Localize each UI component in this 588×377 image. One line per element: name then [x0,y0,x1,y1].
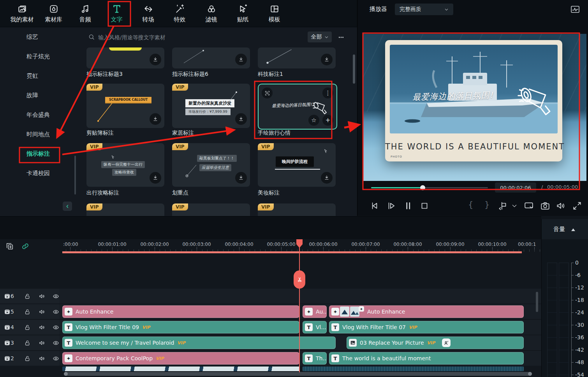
timeline-horizontal-scrollbar[interactable] [65,372,530,376]
download-button[interactable] [235,113,247,125]
tab-templates[interactable]: 模板 [259,0,290,27]
sidebar-item-cartoon[interactable]: 卡通校园 [26,170,50,177]
sidebar-item-variety[interactable]: 综艺 [26,33,38,41]
sidebar-item-callout[interactable]: 指示标注 [26,150,50,158]
hide-icon[interactable] [53,293,59,300]
hide-icon[interactable] [53,309,59,315]
mute-icon[interactable] [39,355,45,362]
sidebar-item-neon[interactable]: 霓虹 [26,72,38,80]
tab-filters[interactable]: 滤镜 [195,0,227,27]
mute-icon[interactable] [39,340,45,346]
filter-dropdown[interactable]: 全部 [308,32,332,42]
favorite-button[interactable]: ☆ [308,115,319,126]
mute-icon[interactable] [39,324,45,331]
chevron-down-icon[interactable] [511,201,518,211]
clip-replace-your-picture[interactable]: 03 Replace Your Picture VIP [347,337,524,349]
video-track-thumbnails[interactable] [62,366,300,371]
tab-audio[interactable]: 音频 [69,0,101,27]
template-card[interactable]: VIP [258,203,336,216]
tab-stickers[interactable]: 贴纸 [227,0,259,27]
template-card-scrapbook[interactable]: VIP SCRAPBOOK CALLOUT [86,84,164,128]
card-menu-button[interactable]: ⋮ [322,88,333,98]
video-track-thumbnails-dark[interactable] [303,366,524,371]
clip-contemporary-pack[interactable]: ✦ Contemporary Pack CoolPop VIP [62,352,299,365]
stop-button[interactable] [419,201,430,211]
hide-icon[interactable] [53,340,59,346]
template-card[interactable] [258,47,336,68]
volume-title[interactable]: 音量 [553,226,565,233]
mark-out-brace[interactable]: } [484,200,489,209]
more-icon[interactable] [337,34,345,40]
template-card-travel-guide[interactable]: VIP 纵有一份完整十一出行 攻略待查收 [86,143,164,187]
replace-picture-badge-icon[interactable] [442,338,451,347]
template-card[interactable] [86,47,164,68]
sidebar-item-timeplace[interactable]: 时间地点 [26,131,50,138]
lock-icon[interactable] [24,324,31,331]
template-card-home[interactable]: VIP 新置办的深灰真皮沙发 市场发行价：¥7,999.99 [172,84,250,128]
download-button[interactable] [321,54,333,65]
quality-dropdown[interactable]: 完整画质 [395,4,453,15]
template-card[interactable]: VIP [172,203,250,216]
hide-icon[interactable] [53,324,59,331]
template-card[interactable]: VIP [86,203,164,216]
template-card-beauty[interactable]: VIP 晚间护肤流程 [258,143,336,187]
mirror-display-icon[interactable] [524,201,534,211]
clip-auto-enhance[interactable]: ✦ Auto Enhance [62,305,299,318]
sidebar-collapse-button[interactable] [63,202,72,211]
clip-world-moment-fragment[interactable]: T Th... [303,352,327,365]
clip-auto-enhance-2[interactable]: ✦ ✦ Auto Enhance [329,305,524,318]
hide-icon[interactable] [53,355,59,362]
template-card[interactable] [172,47,250,68]
sidebar-item-particle[interactable]: 粒子炫光 [26,53,50,60]
playhead-split-button[interactable] [294,270,305,289]
preview-zoom-button[interactable] [262,88,273,98]
player-progress-bar[interactable] [371,187,488,188]
clip-auto-enhance-fragment[interactable]: ✦ Au... [303,305,327,318]
lock-icon[interactable] [24,293,31,300]
clip-vlog-title-fragment[interactable]: T Vl... [303,321,327,333]
grid-scrollbar[interactable] [353,54,355,84]
search-input[interactable] [97,32,239,43]
speaker-icon[interactable] [556,201,566,211]
mute-icon[interactable] [39,293,45,300]
sidebar-scrollbar[interactable] [74,156,76,195]
clip-welcome-polaroid[interactable]: T Welcome to see my / Travel Polaroid VI… [62,337,336,349]
lock-icon[interactable] [24,355,31,362]
clip-world-moment[interactable]: T The world is a beautiful moment [329,352,524,365]
download-button[interactable] [235,172,247,184]
template-card-highlight[interactable]: VIP 敲黑板划重点了！！ 应届毕业生注意 [172,143,250,187]
video-preview[interactable]: 最爱海边的落日氛围! THE WORLD IS A BEAUTIFUL MOME… [363,34,586,181]
tab-my-media[interactable]: 我的素材 [6,0,38,27]
tab-stock-media[interactable]: 素材库 [38,0,69,27]
sidebar-item-annual[interactable]: 年会盛典 [26,111,50,119]
tab-effects[interactable]: 特效 [164,0,195,27]
tab-text[interactable]: 文字 [101,0,132,27]
collapse-up-icon[interactable] [571,228,575,231]
add-to-timeline-button[interactable]: + [322,115,333,126]
lock-icon[interactable] [24,340,31,346]
template-card-travel-mood-selected[interactable]: 最爱海边的落日氛围! ⋮ ☆ + [258,84,337,130]
download-button[interactable] [321,172,333,184]
download-button[interactable] [150,172,161,184]
scrollbar-left-knob[interactable] [64,372,68,376]
download-button[interactable] [150,113,161,125]
play-next-frame-button[interactable] [386,201,396,211]
playhead-head[interactable] [296,239,303,248]
scope-monitor-icon[interactable] [570,5,580,14]
sidebar-item-glitch[interactable]: 故障 [26,92,38,99]
previous-frame-button[interactable] [370,201,380,211]
auto-ripple-link-icon[interactable] [21,242,30,251]
pause-button[interactable] [403,201,413,211]
mute-icon[interactable] [39,309,45,315]
tab-transitions[interactable]: 转场 [132,0,164,27]
playhead-line[interactable] [299,239,300,372]
mark-in-tool-icon[interactable] [498,201,508,211]
snapshot-camera-icon[interactable] [540,201,550,211]
timeline-vertical-scrollbar[interactable] [536,292,538,312]
clip-vlog-title-09[interactable]: T Vlog With Filter Title 09 VIP [62,321,299,333]
mark-in-brace[interactable]: { [468,200,473,209]
scrollbar-right-knob[interactable] [528,372,532,376]
download-button[interactable] [150,54,161,65]
fullscreen-icon[interactable] [572,201,582,211]
clip-vlog-title-07[interactable]: T Vlog With Filter Title 07 VIP [329,321,524,333]
